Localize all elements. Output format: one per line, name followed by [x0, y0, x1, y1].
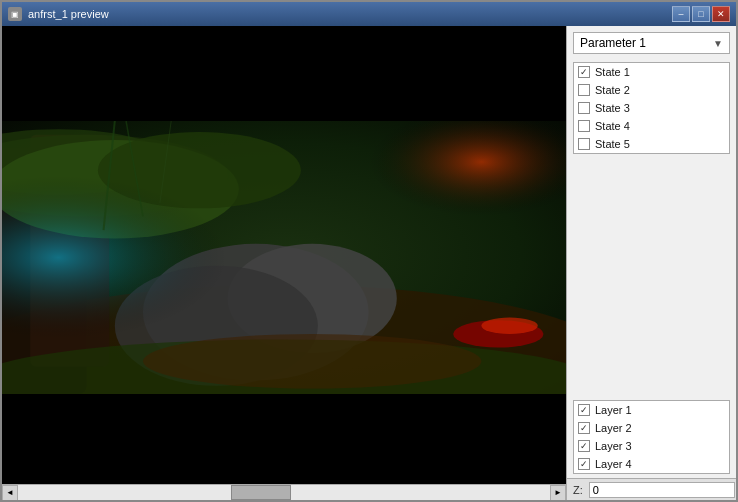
layer-checkbox-1[interactable] — [578, 404, 590, 416]
z-input[interactable] — [589, 482, 735, 498]
state-item-1[interactable]: State 1 — [574, 63, 729, 81]
svg-point-16 — [143, 334, 481, 389]
dropdown-arrow-icon: ▼ — [713, 38, 723, 49]
layer-checkbox-4[interactable] — [578, 458, 590, 470]
layer-checkbox-2[interactable] — [578, 422, 590, 434]
dropdown-label: Parameter 1 — [580, 36, 646, 50]
layer-item-2[interactable]: Layer 2 — [574, 419, 729, 437]
state-checkbox-1[interactable] — [578, 66, 590, 78]
scroll-right-arrow[interactable]: ► — [550, 485, 566, 501]
layer-checkbox-3[interactable] — [578, 440, 590, 452]
title-bar-left: ▣ anfrst_1 preview — [8, 7, 109, 21]
dropdown-row: Parameter 1 ▼ — [567, 26, 736, 58]
state-label-4: State 4 — [595, 120, 630, 132]
right-panel: Parameter 1 ▼ State 1State 2State 3State… — [566, 26, 736, 500]
layer-item-4[interactable]: Layer 4 — [574, 455, 729, 473]
layer-item-1[interactable]: Layer 1 — [574, 401, 729, 419]
scroll-left-arrow[interactable]: ◄ — [2, 485, 18, 501]
spacer — [567, 158, 736, 396]
state-item-3[interactable]: State 3 — [574, 99, 729, 117]
state-item-5[interactable]: State 5 — [574, 135, 729, 153]
layer-label-3: Layer 3 — [595, 440, 632, 452]
close-button[interactable]: ✕ — [712, 6, 730, 22]
canvas-area: ◄ ► — [2, 26, 566, 500]
app-icon: ▣ — [8, 7, 22, 21]
layers-section: Layer 1Layer 2Layer 3Layer 4 — [573, 400, 730, 474]
parameter-dropdown[interactable]: Parameter 1 ▼ — [573, 32, 730, 54]
layer-label-2: Layer 2 — [595, 422, 632, 434]
layer-label-4: Layer 4 — [595, 458, 632, 470]
state-label-2: State 2 — [595, 84, 630, 96]
main-window: ▣ anfrst_1 preview – □ ✕ — [0, 0, 738, 502]
canvas-top-black — [2, 26, 566, 121]
state-checkbox-5[interactable] — [578, 138, 590, 150]
minimize-button[interactable]: – — [672, 6, 690, 22]
z-row: Z: ▲ ▼ — [567, 478, 736, 500]
state-checkbox-4[interactable] — [578, 120, 590, 132]
maximize-button[interactable]: □ — [692, 6, 710, 22]
state-item-4[interactable]: State 4 — [574, 117, 729, 135]
title-bar: ▣ anfrst_1 preview – □ ✕ — [2, 2, 736, 26]
canvas-bottom-black — [2, 394, 566, 484]
z-label: Z: — [573, 484, 583, 496]
canvas-image[interactable] — [2, 121, 566, 394]
svg-point-14 — [481, 318, 537, 334]
horizontal-scrollbar[interactable]: ◄ ► — [2, 484, 566, 500]
layer-item-3[interactable]: Layer 3 — [574, 437, 729, 455]
main-content: ◄ ► Parameter 1 ▼ State 1State 2State 3S… — [2, 26, 736, 500]
scroll-thumb[interactable] — [231, 485, 291, 500]
scroll-track[interactable] — [18, 485, 550, 500]
state-label-1: State 1 — [595, 66, 630, 78]
state-label-3: State 3 — [595, 102, 630, 114]
state-label-5: State 5 — [595, 138, 630, 150]
state-checkbox-3[interactable] — [578, 102, 590, 114]
state-checkbox-2[interactable] — [578, 84, 590, 96]
title-buttons: – □ ✕ — [672, 6, 730, 22]
layers-list: Layer 1Layer 2Layer 3Layer 4 — [574, 401, 729, 473]
layer-label-1: Layer 1 — [595, 404, 632, 416]
state-item-2[interactable]: State 2 — [574, 81, 729, 99]
states-list: State 1State 2State 3State 4State 5 — [574, 63, 729, 153]
forest-scene — [2, 121, 566, 394]
window-title: anfrst_1 preview — [28, 8, 109, 20]
states-section: State 1State 2State 3State 4State 5 — [573, 62, 730, 154]
